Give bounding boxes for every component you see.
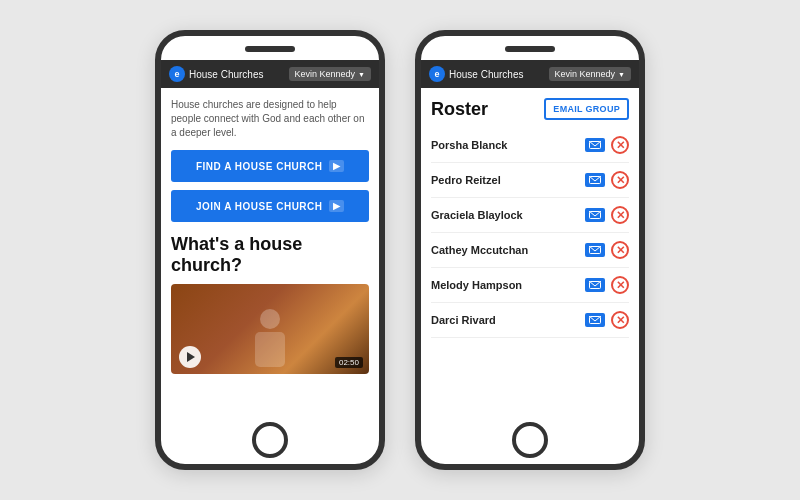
roster-item: Porsha Blanck ✕ xyxy=(431,128,629,163)
roster-item: Graciela Blaylock ✕ xyxy=(431,198,629,233)
roster-member-name: Melody Hampson xyxy=(431,279,522,291)
right-header-bar: e House Churches Kevin Kennedy ▼ xyxy=(421,60,639,88)
roster-item: Pedro Reitzel ✕ xyxy=(431,163,629,198)
left-dropdown-arrow: ▼ xyxy=(358,71,365,78)
left-header-bar: e House Churches Kevin Kennedy ▼ xyxy=(161,60,379,88)
right-phone-content: e House Churches Kevin Kennedy ▼ Roster … xyxy=(421,60,639,424)
play-button[interactable] xyxy=(179,346,201,368)
mail-icon[interactable] xyxy=(585,313,605,327)
video-person-svg xyxy=(245,299,295,374)
remove-icon[interactable]: ✕ xyxy=(611,241,629,259)
mail-svg xyxy=(589,316,601,324)
remove-icon[interactable]: ✕ xyxy=(611,171,629,189)
roster-item: Darci Rivard ✕ xyxy=(431,303,629,338)
mail-svg xyxy=(589,246,601,254)
mail-icon[interactable] xyxy=(585,278,605,292)
join-house-church-button[interactable]: JOIN A HOUSE CHURCH ▶ xyxy=(171,190,369,222)
remove-icon[interactable]: ✕ xyxy=(611,136,629,154)
left-header-left: e House Churches xyxy=(169,66,263,82)
roster-header: Roster EMAIL GROUP xyxy=(431,98,629,120)
join-button-arrow: ▶ xyxy=(329,200,345,212)
email-group-button[interactable]: EMAIL GROUP xyxy=(544,98,629,120)
mail-icon[interactable] xyxy=(585,173,605,187)
roster-member-name: Porsha Blanck xyxy=(431,139,507,151)
left-user-name: Kevin Kennedy xyxy=(295,69,356,79)
play-triangle-icon xyxy=(187,352,195,362)
whats-section: What's a house church? 02:50 xyxy=(171,234,369,374)
right-dropdown-arrow: ▼ xyxy=(618,71,625,78)
left-phone: e House Churches Kevin Kennedy ▼ House c… xyxy=(155,30,385,470)
left-header-title: House Churches xyxy=(189,69,263,80)
mail-icon[interactable] xyxy=(585,243,605,257)
mail-icon[interactable] xyxy=(585,208,605,222)
left-phone-body: House churches are designed to help peop… xyxy=(161,88,379,384)
phones-container: e House Churches Kevin Kennedy ▼ House c… xyxy=(155,30,645,470)
left-user-dropdown[interactable]: Kevin Kennedy ▼ xyxy=(289,67,371,81)
roster-list: Porsha Blanck ✕ Pedro Reitzel xyxy=(431,128,629,338)
svg-point-0 xyxy=(260,309,280,329)
right-user-name: Kevin Kennedy xyxy=(555,69,616,79)
mail-svg xyxy=(589,211,601,219)
join-button-label: JOIN A HOUSE CHURCH xyxy=(196,201,323,212)
roster-item-actions: ✕ xyxy=(585,311,629,329)
mail-svg xyxy=(589,176,601,184)
roster-member-name: Darci Rivard xyxy=(431,314,496,326)
roster-member-name: Graciela Blaylock xyxy=(431,209,523,221)
left-logo-icon: e xyxy=(169,66,185,82)
remove-icon[interactable]: ✕ xyxy=(611,206,629,224)
left-phone-content: e House Churches Kevin Kennedy ▼ House c… xyxy=(161,60,379,424)
mail-svg xyxy=(589,281,601,289)
roster-item-actions: ✕ xyxy=(585,241,629,259)
right-logo-icon: e xyxy=(429,66,445,82)
roster-item-actions: ✕ xyxy=(585,171,629,189)
find-button-arrow: ▶ xyxy=(329,160,345,172)
right-user-dropdown[interactable]: Kevin Kennedy ▼ xyxy=(549,67,631,81)
roster-item-actions: ✕ xyxy=(585,276,629,294)
whats-title: What's a house church? xyxy=(171,234,369,276)
video-thumbnail[interactable]: 02:50 xyxy=(171,284,369,374)
right-header-left: e House Churches xyxy=(429,66,523,82)
video-duration: 02:50 xyxy=(335,357,363,368)
remove-icon[interactable]: ✕ xyxy=(611,311,629,329)
right-header-title: House Churches xyxy=(449,69,523,80)
roster-title: Roster xyxy=(431,99,488,120)
roster-member-name: Cathey Mccutchan xyxy=(431,244,528,256)
find-house-church-button[interactable]: FIND A HOUSE CHURCH ▶ xyxy=(171,150,369,182)
roster-item: Melody Hampson ✕ xyxy=(431,268,629,303)
description-text: House churches are designed to help peop… xyxy=(171,98,369,140)
find-button-label: FIND A HOUSE CHURCH xyxy=(196,161,323,172)
mail-svg xyxy=(589,141,601,149)
right-phone: e House Churches Kevin Kennedy ▼ Roster … xyxy=(415,30,645,470)
remove-icon[interactable]: ✕ xyxy=(611,276,629,294)
svg-rect-1 xyxy=(255,332,285,367)
mail-icon[interactable] xyxy=(585,138,605,152)
roster-item: Cathey Mccutchan ✕ xyxy=(431,233,629,268)
right-phone-body: Roster EMAIL GROUP Porsha Blanck ✕ Pedro… xyxy=(421,88,639,348)
roster-item-actions: ✕ xyxy=(585,206,629,224)
roster-item-actions: ✕ xyxy=(585,136,629,154)
roster-member-name: Pedro Reitzel xyxy=(431,174,501,186)
